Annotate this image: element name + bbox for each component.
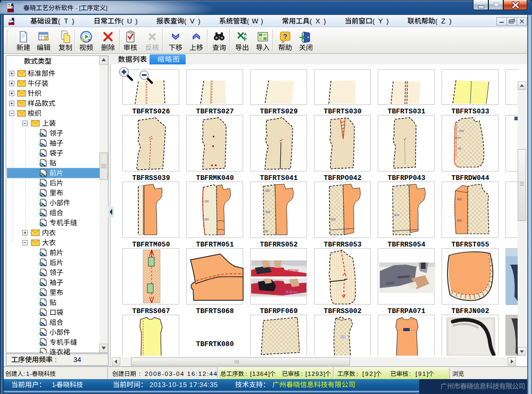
svg-text:200: 200 xyxy=(204,218,209,221)
svg-text:S=0: S=0 xyxy=(394,214,399,217)
svg-text:S00: S00 xyxy=(265,210,270,214)
svg-text:S00: S00 xyxy=(331,218,336,221)
svg-text:S20: S20 xyxy=(265,189,270,192)
svg-text:100: 100 xyxy=(204,200,209,203)
svg-text:S0: S0 xyxy=(342,335,345,338)
svg-text:S0: S0 xyxy=(265,229,268,233)
svg-text:A70: A70 xyxy=(459,129,464,133)
svg-text:A00: A00 xyxy=(457,198,462,201)
svg-text:?: ? xyxy=(283,32,287,40)
svg-text:50: 50 xyxy=(458,147,461,150)
svg-text:A50: A50 xyxy=(457,219,462,222)
svg-text:6015P: 6015P xyxy=(288,268,299,273)
